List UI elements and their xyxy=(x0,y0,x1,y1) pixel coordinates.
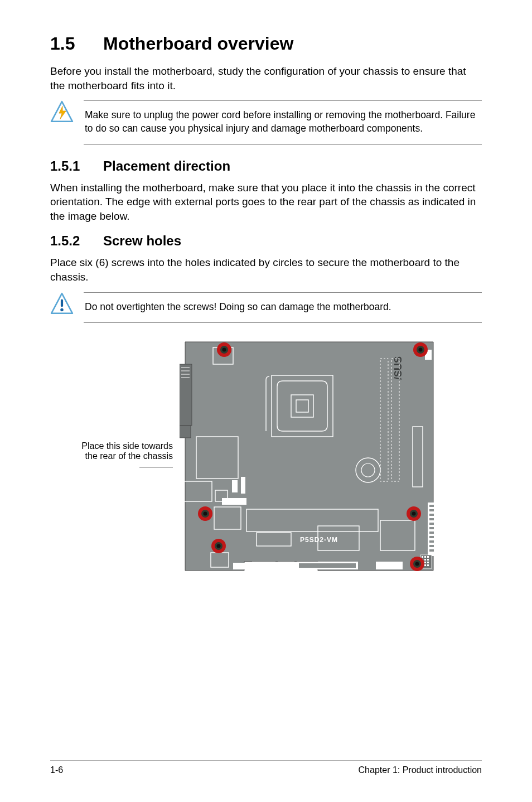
svg-rect-59 xyxy=(424,562,426,563)
motherboard-diagram-area: Place this side towards the rear of the … xyxy=(50,336,482,576)
svg-point-73 xyxy=(204,512,207,516)
motherboard-svg: /SUS xyxy=(180,336,439,576)
svg-rect-37 xyxy=(429,549,434,552)
svg-rect-35 xyxy=(429,540,434,543)
svg-rect-16 xyxy=(222,498,246,505)
svg-rect-63 xyxy=(427,564,429,566)
svg-point-82 xyxy=(415,562,419,566)
lightning-warning-icon xyxy=(50,100,74,126)
warning-callout: Make sure to unplug the power cord befor… xyxy=(50,100,482,144)
side-label-line2: the rear of the chassis xyxy=(85,451,173,461)
subsection-2-title: Screw holes xyxy=(103,233,181,248)
svg-rect-34 xyxy=(429,536,434,538)
caution-text: Do not overtighten the screws! Doing so … xyxy=(85,301,481,314)
subsection-1-number: 1.5.1 xyxy=(50,158,103,174)
svg-point-76 xyxy=(412,512,416,516)
section-heading: 1.5Motherboard overview xyxy=(50,33,482,54)
svg-rect-49 xyxy=(299,563,356,568)
svg-rect-45 xyxy=(233,563,250,569)
subsection-2-body: Place six (6) screws into the holes indi… xyxy=(50,255,482,284)
section-intro: Before you install the motherboard, stud… xyxy=(50,64,482,93)
svg-rect-54 xyxy=(427,556,429,558)
subsection-2-number: 1.5.2 xyxy=(50,233,103,249)
page-footer: 1-6 Chapter 1: Product introduction xyxy=(50,760,482,775)
leader-line xyxy=(139,467,173,467)
svg-rect-30 xyxy=(429,518,434,520)
warning-text: Make sure to unplug the power cord befor… xyxy=(85,109,481,135)
footer-chapter: Chapter 1: Product introduction xyxy=(359,765,482,775)
svg-rect-5 xyxy=(180,364,192,426)
svg-rect-56 xyxy=(424,559,426,561)
svg-rect-60 xyxy=(427,562,429,563)
svg-point-67 xyxy=(223,348,226,352)
subsection-1-body: When installing the motherboard, make su… xyxy=(50,181,482,224)
svg-rect-31 xyxy=(429,523,434,525)
diagram-side-label: Place this side towards the rear of the … xyxy=(50,441,173,471)
svg-rect-32 xyxy=(429,527,434,529)
svg-rect-29 xyxy=(429,514,434,516)
svg-rect-50 xyxy=(376,562,403,569)
svg-rect-53 xyxy=(424,556,426,558)
svg-rect-15 xyxy=(241,477,245,494)
board-model-label: P5SD2-VM xyxy=(300,536,338,544)
svg-rect-57 xyxy=(427,559,429,561)
svg-text:/SUS: /SUS xyxy=(393,356,404,380)
svg-rect-33 xyxy=(429,532,434,534)
svg-point-70 xyxy=(419,348,423,352)
svg-rect-36 xyxy=(429,545,434,547)
svg-rect-3 xyxy=(61,299,63,307)
svg-point-4 xyxy=(60,308,63,311)
svg-rect-14 xyxy=(232,480,238,492)
svg-rect-52 xyxy=(422,556,423,558)
svg-rect-28 xyxy=(429,509,434,511)
svg-rect-10 xyxy=(180,426,191,438)
svg-rect-62 xyxy=(424,564,426,566)
exclamation-caution-icon xyxy=(50,292,74,318)
subsection-1-title: Placement direction xyxy=(103,158,230,173)
side-label-line1: Place this side towards xyxy=(81,441,173,451)
section-title-text: Motherboard overview xyxy=(103,33,293,54)
section-number: 1.5 xyxy=(50,33,103,54)
caution-callout: Do not overtighten the screws! Doing so … xyxy=(50,292,482,323)
svg-point-79 xyxy=(217,544,221,548)
footer-page-number: 1-6 xyxy=(50,765,63,775)
svg-rect-46 xyxy=(252,562,275,569)
svg-rect-47 xyxy=(278,562,294,569)
svg-rect-27 xyxy=(429,505,434,507)
subsection-2-heading: 1.5.2Screw holes xyxy=(50,233,482,249)
subsection-1-heading: 1.5.1Placement direction xyxy=(50,158,482,174)
